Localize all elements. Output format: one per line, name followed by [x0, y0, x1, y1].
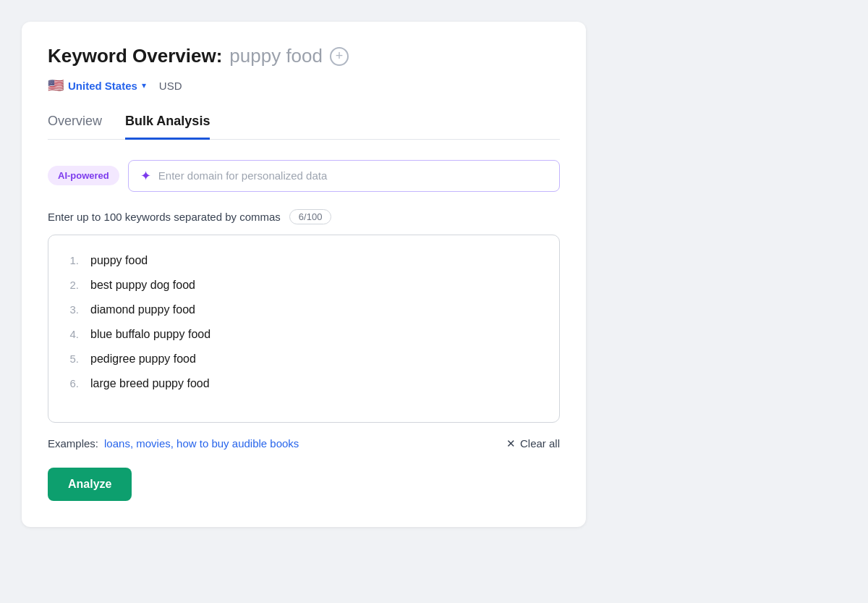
keyword-number: 6. — [66, 377, 79, 389]
keyword-number: 3. — [66, 303, 79, 316]
list-item: 5.pedigree puppy food — [66, 347, 542, 371]
keyword-count-badge: 6/100 — [289, 209, 332, 224]
tabs-container: Overview Bulk Analysis — [48, 114, 560, 140]
keywords-label: Enter up to 100 keywords separated by co… — [48, 211, 281, 223]
list-item: 1.puppy food — [66, 248, 542, 273]
ai-powered-badge: AI-powered — [48, 166, 119, 185]
country-name: United States — [68, 80, 137, 92]
tab-bulk-analysis[interactable]: Bulk Analysis — [125, 114, 210, 140]
keyword-number: 1. — [66, 254, 79, 266]
list-item: 4.blue buffalo puppy food — [66, 322, 542, 347]
page-title-keyword: Keyword Overview: — [48, 45, 222, 67]
examples-left: Examples: loans, movies, how to buy audi… — [48, 437, 299, 450]
keyword-text: diamond puppy food — [90, 303, 195, 316]
clear-all-button[interactable]: ✕ Clear all — [506, 437, 560, 450]
keyword-number: 4. — [66, 328, 79, 340]
keyword-text: puppy food — [90, 254, 148, 267]
sparkle-icon: ✦ — [140, 168, 151, 184]
domain-input[interactable] — [158, 169, 548, 182]
main-card: Keyword Overview: puppy food + 🇺🇸 United… — [22, 22, 586, 527]
keywords-list-container[interactable]: 1.puppy food2.best puppy dog food3.diamo… — [48, 235, 560, 423]
keyword-text: large breed puppy food — [90, 377, 210, 390]
keyword-number: 5. — [66, 353, 79, 365]
ai-domain-row: AI-powered ✦ — [48, 160, 560, 192]
keyword-list: 1.puppy food2.best puppy dog food3.diamo… — [66, 248, 542, 396]
location-selector[interactable]: 🇺🇸 United States ▾ — [48, 77, 146, 93]
tab-overview[interactable]: Overview — [48, 114, 102, 140]
list-item: 3.diamond puppy food — [66, 298, 542, 322]
analyze-button[interactable]: Analyze — [48, 468, 132, 501]
page-title-query: puppy food — [229, 45, 323, 67]
add-keyword-icon[interactable]: + — [330, 47, 349, 66]
keyword-text: blue buffalo puppy food — [90, 328, 210, 341]
clear-all-label: Clear all — [520, 437, 560, 450]
clear-x-icon: ✕ — [506, 437, 516, 450]
examples-row: Examples: loans, movies, how to buy audi… — [48, 437, 560, 450]
domain-input-wrapper[interactable]: ✦ — [128, 160, 560, 192]
keyword-text: best puppy dog food — [90, 279, 195, 292]
currency-label: USD — [159, 80, 182, 92]
keywords-label-row: Enter up to 100 keywords separated by co… — [48, 209, 560, 224]
examples-label: Examples: — [48, 437, 98, 450]
keyword-number: 2. — [66, 279, 79, 291]
chevron-down-icon: ▾ — [142, 80, 146, 90]
keyword-text: pedigree puppy food — [90, 353, 196, 366]
examples-link[interactable]: loans, movies, how to buy audible books — [104, 437, 299, 450]
list-item: 2.best puppy dog food — [66, 273, 542, 298]
country-flag: 🇺🇸 — [48, 77, 64, 93]
list-item: 6.large breed puppy food — [66, 371, 542, 396]
page-title-row: Keyword Overview: puppy food + — [48, 45, 560, 67]
location-row: 🇺🇸 United States ▾ USD — [48, 77, 560, 93]
